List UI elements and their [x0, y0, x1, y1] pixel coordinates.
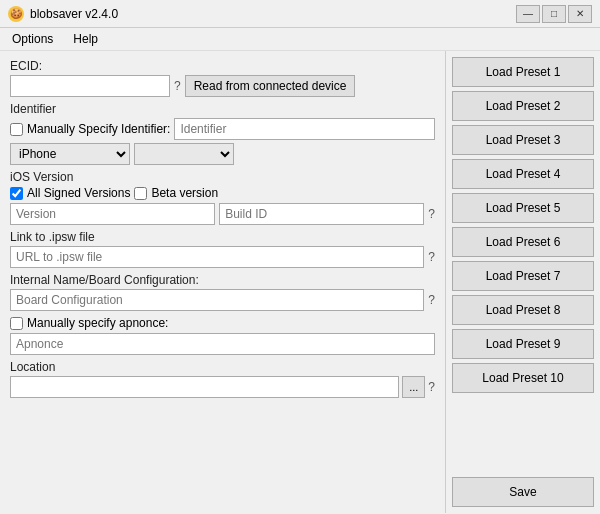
board-config-question-mark[interactable]: ? [428, 293, 435, 307]
apnonce-checkbox-row: Manually specify apnonce: [10, 316, 435, 330]
version-row: ? [10, 203, 435, 225]
menu-bar: Options Help [0, 28, 600, 51]
apnonce-checkbox[interactable] [10, 317, 23, 330]
apnonce-section: Manually specify apnonce: [10, 316, 435, 355]
title-bar: 🍪 blobsaver v2.4.0 — □ ✕ [0, 0, 600, 28]
board-config-section: Internal Name/Board Configuration: ? [10, 273, 435, 311]
menu-options[interactable]: Options [4, 30, 61, 48]
board-config-input[interactable] [10, 289, 424, 311]
preset-btn-10[interactable]: Load Preset 10 [452, 363, 594, 393]
ecid-section: ECID: ? Read from connected device [10, 59, 435, 97]
apnonce-input[interactable] [10, 333, 435, 355]
ecid-label: ECID: [10, 59, 435, 73]
main-layout: ECID: ? Read from connected device Ident… [0, 51, 600, 513]
ios-version-label: iOS Version [10, 170, 435, 184]
board-config-row: ? [10, 289, 435, 311]
ios-version-section: iOS Version All Signed Versions Beta ver… [10, 170, 435, 225]
apnonce-label: Manually specify apnonce: [27, 316, 168, 330]
ipsw-section: Link to .ipsw file ? [10, 230, 435, 268]
location-row: C:\Users\liuwei-win10\Blobs ... ? [10, 376, 435, 398]
right-panel: Load Preset 1 Load Preset 2 Load Preset … [445, 51, 600, 513]
beta-version-label: Beta version [151, 186, 218, 200]
left-panel: ECID: ? Read from connected device Ident… [0, 51, 445, 513]
ecid-row: ? Read from connected device [10, 75, 435, 97]
beta-version-checkbox[interactable] [134, 187, 147, 200]
ipsw-url-input[interactable] [10, 246, 424, 268]
all-signed-checkbox[interactable] [10, 187, 23, 200]
preset-btn-3[interactable]: Load Preset 3 [452, 125, 594, 155]
app-title: blobsaver v2.4.0 [30, 7, 118, 21]
identifier-label: Identifier [10, 102, 435, 116]
ipsw-row: ? [10, 246, 435, 268]
preset-btn-2[interactable]: Load Preset 2 [452, 91, 594, 121]
preset-btn-5[interactable]: Load Preset 5 [452, 193, 594, 223]
ipsw-question-mark[interactable]: ? [428, 250, 435, 264]
manually-specify-row: Manually Specify Identifier: [10, 118, 435, 140]
location-label: Location [10, 360, 435, 374]
app-icon-emoji: 🍪 [10, 8, 22, 19]
preset-btn-7[interactable]: Load Preset 7 [452, 261, 594, 291]
identifier-section: Identifier Manually Specify Identifier: … [10, 102, 435, 165]
app-icon: 🍪 [8, 6, 24, 22]
ecid-question-mark[interactable]: ? [174, 79, 181, 93]
device-model-dropdown[interactable] [134, 143, 234, 165]
minimize-button[interactable]: — [516, 5, 540, 23]
signed-versions-row: All Signed Versions Beta version [10, 186, 435, 200]
preset-btn-4[interactable]: Load Preset 4 [452, 159, 594, 189]
manually-specify-label: Manually Specify Identifier: [27, 122, 170, 136]
browse-button[interactable]: ... [402, 376, 425, 398]
read-device-button[interactable]: Read from connected device [185, 75, 356, 97]
build-id-input[interactable] [219, 203, 424, 225]
ipsw-label: Link to .ipsw file [10, 230, 95, 244]
dropdown-row: iPhone [10, 143, 435, 165]
version-question-mark[interactable]: ? [428, 207, 435, 221]
preset-btn-1[interactable]: Load Preset 1 [452, 57, 594, 87]
device-type-dropdown[interactable]: iPhone [10, 143, 130, 165]
maximize-button[interactable]: □ [542, 5, 566, 23]
all-signed-label: All Signed Versions [27, 186, 130, 200]
manually-specify-checkbox[interactable] [10, 123, 23, 136]
title-bar-buttons: — □ ✕ [516, 5, 592, 23]
identifier-input[interactable] [174, 118, 435, 140]
preset-btn-8[interactable]: Load Preset 8 [452, 295, 594, 325]
preset-btn-9[interactable]: Load Preset 9 [452, 329, 594, 359]
location-input[interactable]: C:\Users\liuwei-win10\Blobs [10, 376, 399, 398]
ipsw-label-row: Link to .ipsw file [10, 230, 435, 246]
version-input[interactable] [10, 203, 215, 225]
save-button[interactable]: Save [452, 477, 594, 507]
board-config-label: Internal Name/Board Configuration: [10, 273, 435, 287]
close-button[interactable]: ✕ [568, 5, 592, 23]
location-question-mark[interactable]: ? [428, 380, 435, 394]
location-section: Location C:\Users\liuwei-win10\Blobs ...… [10, 360, 435, 398]
title-bar-left: 🍪 blobsaver v2.4.0 [8, 6, 118, 22]
preset-btn-6[interactable]: Load Preset 6 [452, 227, 594, 257]
ecid-input[interactable] [10, 75, 170, 97]
menu-help[interactable]: Help [65, 30, 106, 48]
